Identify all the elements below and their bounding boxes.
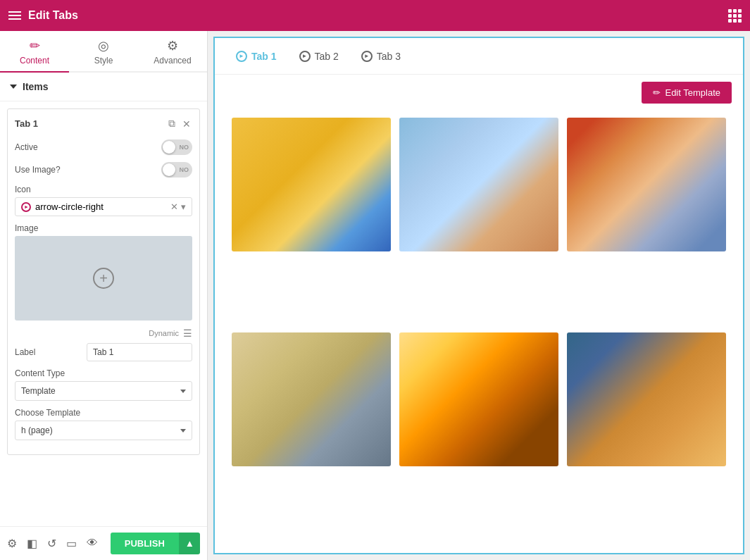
use-image-toggle-knob bbox=[163, 163, 175, 176]
pencil-icon: ✏ bbox=[653, 87, 661, 98]
content-type-field: Content Type Template Section Widget bbox=[15, 368, 192, 401]
publish-button[interactable]: PUBLISH bbox=[111, 533, 179, 554]
image-field: Image + bbox=[15, 223, 192, 321]
chevron-down-icon[interactable]: ▾ bbox=[181, 201, 186, 212]
edit-template-label: Edit Template bbox=[665, 87, 720, 98]
content-type-label: Content Type bbox=[15, 368, 192, 378]
photo-6 bbox=[567, 332, 726, 466]
toggle-knob bbox=[163, 141, 175, 154]
style-icon: ◎ bbox=[98, 38, 109, 54]
tab-advanced-label: Advanced bbox=[154, 56, 191, 66]
grid-icon[interactable] bbox=[728, 9, 742, 23]
use-image-label: Use Image? bbox=[15, 165, 61, 175]
publish-group: PUBLISH ▲ bbox=[111, 533, 200, 554]
sidebar: ✏ Content ◎ Style ⚙ Advanced Items Tab 1… bbox=[0, 31, 208, 560]
tab1-arrow-icon: ► bbox=[236, 51, 247, 62]
dynamic-icon[interactable]: ☰ bbox=[183, 328, 192, 339]
content-tab-3-label: Tab 3 bbox=[377, 51, 401, 62]
photo-grid bbox=[215, 111, 743, 553]
bottom-bar: ⚙ ◧ ↺ ▭ 👁 PUBLISH ▲ bbox=[0, 526, 207, 560]
tab-card-actions: ⧉ ✕ bbox=[167, 116, 192, 131]
active-field-row: Active NO bbox=[15, 139, 192, 155]
photo-3 bbox=[567, 118, 726, 251]
active-toggle[interactable]: NO bbox=[161, 139, 192, 155]
tab2-arrow-icon: ► bbox=[299, 51, 311, 62]
icon-select-dropdown[interactable]: arrow-circle-right ✕ ▾ bbox=[15, 197, 192, 216]
choose-template-select[interactable]: h (page) About Page Contact bbox=[15, 421, 192, 440]
active-toggle-value: NO bbox=[180, 144, 189, 151]
content-tab-1[interactable]: ► Tab 1 bbox=[226, 46, 287, 66]
add-image-icon[interactable]: + bbox=[93, 268, 114, 289]
photo-5 bbox=[399, 332, 558, 466]
tab-content[interactable]: ✏ Content bbox=[0, 31, 69, 73]
content-type-select[interactable]: Template Section Widget bbox=[15, 381, 192, 401]
label-field: Label bbox=[15, 343, 192, 361]
history-icon[interactable]: ↺ bbox=[47, 537, 56, 550]
photo-4 bbox=[232, 332, 391, 466]
content-tab-1-label: Tab 1 bbox=[251, 51, 277, 62]
topbar-title: Edit Tabs bbox=[28, 9, 78, 22]
icon-value: arrow-circle-right bbox=[35, 201, 104, 212]
hamburger-icon[interactable] bbox=[8, 11, 21, 20]
tab3-arrow-icon: ► bbox=[361, 51, 373, 62]
tab-style-label: Style bbox=[94, 56, 113, 66]
items-header[interactable]: Items bbox=[0, 73, 207, 101]
use-image-toggle-value: NO bbox=[180, 166, 189, 173]
tab-card-header: Tab 1 ⧉ ✕ bbox=[15, 116, 192, 131]
settings-icon[interactable]: ⚙ bbox=[7, 537, 17, 550]
photo-1 bbox=[232, 118, 391, 251]
layers-icon[interactable]: ◧ bbox=[27, 537, 37, 550]
edit-template-button[interactable]: ✏ Edit Template bbox=[642, 82, 732, 104]
responsive-icon[interactable]: ▭ bbox=[66, 537, 77, 550]
items-label: Items bbox=[23, 81, 49, 92]
advanced-icon: ⚙ bbox=[167, 38, 178, 54]
photo-2 bbox=[399, 118, 558, 251]
icon-select-controls: ✕ ▾ bbox=[170, 201, 186, 212]
arrow-circle-icon bbox=[21, 202, 31, 212]
active-label: Active bbox=[15, 142, 38, 152]
icon-field-label: Icon bbox=[15, 185, 192, 194]
label-field-label: Label bbox=[15, 347, 35, 357]
image-field-label: Image bbox=[15, 223, 192, 233]
tab-card-title: Tab 1 bbox=[15, 118, 38, 129]
content-icon: ✏ bbox=[30, 38, 40, 54]
edit-template-row: ✏ Edit Template bbox=[215, 75, 743, 111]
sidebar-tabs: ✏ Content ◎ Style ⚙ Advanced bbox=[0, 31, 207, 73]
use-image-field-row: Use Image? NO bbox=[15, 162, 192, 178]
tab-advanced[interactable]: ⚙ Advanced bbox=[138, 31, 207, 71]
tab-content-label: Content bbox=[20, 56, 49, 66]
choose-template-label: Choose Template bbox=[15, 408, 192, 418]
icon-field: Icon arrow-circle-right ✕ ▾ bbox=[15, 185, 192, 216]
dynamic-row: Dynamic ☰ bbox=[15, 328, 192, 339]
bottom-left-icons: ⚙ ◧ ↺ ▭ 👁 bbox=[7, 537, 98, 550]
content-tab-2[interactable]: ► Tab 2 bbox=[289, 46, 349, 66]
preview-icon[interactable]: 👁 bbox=[87, 537, 98, 550]
tabs-bar: ► Tab 1 ► Tab 2 ► Tab 3 bbox=[215, 38, 743, 75]
publish-arrow-button[interactable]: ▲ bbox=[179, 533, 200, 554]
tab-card: Tab 1 ⧉ ✕ Active NO Use Image? NO bbox=[7, 108, 200, 455]
delete-button[interactable]: ✕ bbox=[181, 116, 192, 131]
content-tab-3[interactable]: ► Tab 3 bbox=[351, 46, 411, 66]
duplicate-button[interactable]: ⧉ bbox=[167, 116, 177, 131]
collapse-arrow-icon bbox=[10, 85, 17, 89]
topbar: Edit Tabs bbox=[0, 0, 750, 31]
main-layout: ✏ Content ◎ Style ⚙ Advanced Items Tab 1… bbox=[0, 31, 750, 560]
clear-icon[interactable]: ✕ bbox=[170, 201, 178, 212]
tab-style[interactable]: ◎ Style bbox=[69, 31, 138, 71]
label-input[interactable] bbox=[87, 343, 192, 361]
content-area: ► Tab 1 ► Tab 2 ► Tab 3 ✏ Edit Template bbox=[213, 37, 744, 554]
content-tab-2-label: Tab 2 bbox=[315, 51, 339, 62]
image-upload-box[interactable]: + bbox=[15, 236, 192, 321]
choose-template-field: Choose Template h (page) About Page Cont… bbox=[15, 408, 192, 440]
dynamic-label: Dynamic bbox=[149, 329, 179, 337]
use-image-toggle[interactable]: NO bbox=[161, 162, 192, 178]
